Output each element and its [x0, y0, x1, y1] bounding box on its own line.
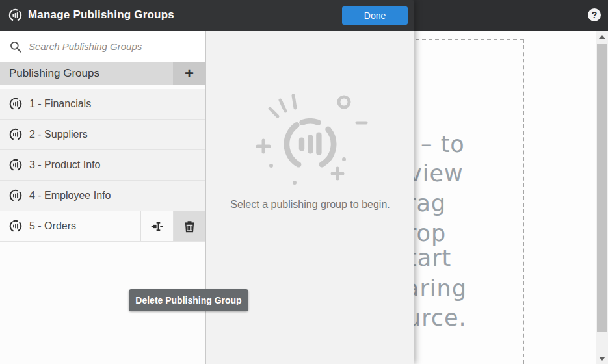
list-item-label: 1 - Financials: [29, 98, 205, 110]
manage-publishing-groups-dialog: Manage Publishing Groups Done Publishing…: [0, 0, 414, 364]
scroll-up-icon[interactable]: [599, 35, 605, 39]
delete-tooltip: Delete Publishing Group: [129, 289, 248, 311]
dialog-title: Manage Publishing Groups: [28, 8, 174, 21]
vertical-scrollbar[interactable]: [596, 31, 608, 364]
section-title: Publishing Groups: [0, 62, 173, 84]
publishing-group-icon: [8, 127, 23, 142]
done-button[interactable]: Done: [342, 6, 408, 25]
search-input[interactable]: [29, 41, 200, 52]
search-icon: [9, 40, 22, 53]
rename-publishing-group-button[interactable]: [140, 211, 173, 241]
scroll-down-icon[interactable]: [599, 357, 605, 361]
handwriting-fragment: aring: [414, 276, 467, 302]
handwriting-fragment: tart: [414, 245, 451, 271]
handwriting-fragment: rop: [414, 220, 446, 246]
publishing-groups-list: 1 - Financials 2 - Suppliers 3 - Product…: [0, 89, 205, 242]
rename-icon: [150, 220, 164, 233]
list-item-orders[interactable]: 5 - Orders: [0, 211, 205, 242]
help-icon[interactable]: ?: [588, 8, 601, 21]
publishing-group-icon: [8, 158, 23, 172]
publishing-groups-sidebar: Publishing Groups + 1 - Financials 2 - S…: [0, 31, 205, 364]
detail-panel: Select a publishing group to begin.: [205, 31, 414, 364]
screen: ? – to view rag rop tart aring urce. Man…: [0, 0, 608, 364]
list-item-suppliers[interactable]: 2 - Suppliers: [0, 120, 205, 150]
delete-publishing-group-button[interactable]: [173, 211, 205, 241]
empty-state-illustration: [245, 83, 375, 193]
list-item-financials[interactable]: 1 - Financials: [0, 89, 205, 120]
drop-zone-dashed-border-top: [416, 39, 523, 40]
list-item-product-info[interactable]: 3 - Product Info: [0, 150, 205, 181]
handwriting-fragment: rag: [414, 190, 446, 216]
list-item-employee-info[interactable]: 4 - Employee Info: [0, 181, 205, 211]
row-actions: [140, 211, 205, 241]
add-publishing-group-button[interactable]: +: [173, 62, 205, 84]
handwriting-fragment: – to: [421, 131, 465, 157]
background-page: – to view rag rop tart aring urce.: [414, 31, 596, 364]
search-bar: [0, 31, 205, 62]
publishing-groups-logo-icon: [8, 8, 23, 23]
list-item-label: 2 - Suppliers: [29, 129, 205, 140]
publishing-group-icon: [8, 219, 23, 233]
drop-zone-dashed-border-right: [523, 39, 524, 364]
trash-icon: [183, 220, 196, 233]
dialog-header: Manage Publishing Groups Done: [0, 0, 414, 31]
handwriting-fragment: view: [414, 161, 464, 187]
publishing-group-icon: [8, 188, 23, 203]
list-item-label: 5 - Orders: [29, 220, 140, 232]
list-item-label: 3 - Product Info: [29, 159, 205, 171]
list-item-label: 4 - Employee Info: [29, 190, 205, 202]
publishing-group-icon: [8, 97, 23, 111]
handwriting-fragment: urce.: [414, 305, 467, 331]
scrollbar-thumb[interactable]: [597, 44, 607, 332]
section-header: Publishing Groups +: [0, 62, 205, 84]
empty-state-message: Select a publishing group to begin.: [206, 199, 414, 211]
